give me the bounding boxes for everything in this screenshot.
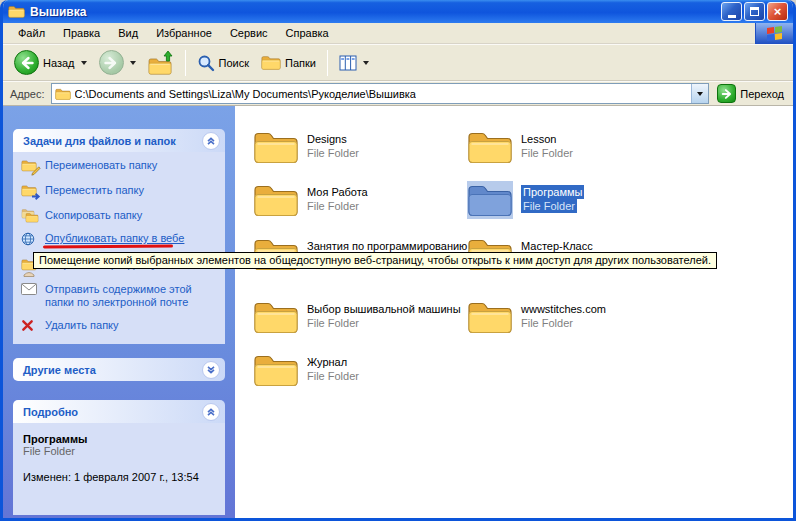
folder-item-lesson[interactable]: Lesson File Folder [467,128,682,166]
folder-name: Моя Работа [307,185,368,199]
window-title: Вышивка [30,5,86,19]
menu-edit[interactable]: Правка [54,24,109,42]
address-folder-icon [55,87,71,101]
task-label: Скопировать папку [45,209,142,222]
up-button[interactable] [143,47,179,79]
explorer-window: Вышивка × Файл Правка Вид Избранное Серв… [0,0,796,521]
toolbar-separator [185,50,186,76]
folder-name: Lesson [521,132,573,146]
folder-icon [253,181,299,219]
folder-type: File Folder [307,369,359,383]
details-item-type: File Folder [23,445,217,457]
up-icon [148,50,174,76]
file-folder-tasks-title: Задачи для файлов и папок [23,135,176,147]
folder-icon [467,128,513,166]
chevron-down-icon[interactable] [202,361,220,379]
folder-type: File Folder [307,316,461,330]
task-move-folder[interactable]: Переместить папку [21,184,219,199]
forward-dropdown-icon [130,61,136,65]
folder-name: Designs [307,132,359,146]
folders-button[interactable]: Папки [256,51,321,74]
folder-icon [253,128,299,166]
folder-item-vybor-mashiny[interactable]: Выбор вышивальной машины File Folder [253,298,468,336]
section-file-folder-tasks: Задачи для файлов и папок Переименовать … [13,129,225,344]
back-icon [14,50,39,75]
back-dropdown-icon [81,61,87,65]
task-rename-folder[interactable]: Переименовать папку [21,159,219,174]
forward-button[interactable] [94,47,141,78]
folder-name: Занятия по программированию [307,239,467,253]
minimize-button[interactable] [721,2,742,21]
details-body: Программы File Folder Изменен: 1 февраля… [13,423,225,515]
close-button[interactable]: × [767,2,788,21]
other-places-header[interactable]: Другие места [13,358,225,381]
close-icon: × [774,5,782,18]
title-bar: Вышивка × [3,0,793,23]
tooltip: Помещение копий выбранных элементов на о… [33,252,717,269]
task-label: Переместить папку [45,184,144,197]
back-label: Назад [43,57,75,69]
red-underline-annotation [43,245,173,249]
details-title: Подробно [23,406,78,418]
details-item-modified: Изменен: 1 февраля 2007 г., 13:54 [23,471,217,483]
task-label: Удалить папку [45,319,119,332]
views-icon [339,55,357,71]
folder-icon-selected [467,181,513,219]
other-places-title: Другие места [23,364,96,376]
folder-name: Мастер-Класс [521,239,593,253]
email-icon [21,283,39,297]
folder-name: wwwstitches.com [521,302,606,316]
task-label: Опубликовать папку в вебе [45,232,184,245]
go-button[interactable]: Переход [715,84,786,103]
chevron-up-icon[interactable] [202,132,220,150]
menu-bar: Файл Правка Вид Избранное Сервис Справка [3,23,793,44]
task-email-folder[interactable]: Отправить содержимое этой папки по элект… [21,283,219,309]
section-other-places: Другие места [13,358,225,381]
go-icon [717,84,736,103]
folders-icon [261,54,281,71]
menu-file[interactable]: Файл [9,24,54,42]
forward-icon [99,50,124,75]
details-header[interactable]: Подробно [13,400,225,423]
folder-icon [253,298,299,336]
windows-logo-icon [755,23,793,44]
menu-help[interactable]: Справка [277,24,338,42]
file-folder-tasks-header[interactable]: Задачи для файлов и папок [13,129,225,152]
folders-label: Папки [285,57,316,69]
folder-icon [253,351,299,389]
folder-name: Программы [521,185,584,199]
task-delete-folder[interactable]: Удалить папку [21,319,219,334]
maximize-button[interactable] [744,2,765,21]
window-folder-icon [8,4,25,19]
task-copy-folder[interactable]: Скопировать папку [21,209,219,222]
menu-favorites[interactable]: Избранное [147,24,221,42]
folder-type: File Folder [521,199,577,213]
folder-item-moya-rabota[interactable]: Моя Работа File Folder [253,181,468,219]
file-list: Designs File Folder Lesson File Folder М… [235,106,793,518]
task-label: Переименовать папку [45,159,157,172]
publish-web-icon [21,232,39,248]
search-button[interactable]: Поиск [192,51,254,75]
window-controls: × [721,2,788,21]
minimize-icon [728,15,736,18]
chevron-up-icon[interactable] [202,403,220,421]
back-button[interactable]: Назад [9,47,92,78]
views-button[interactable] [334,52,374,74]
folder-item-designs[interactable]: Designs File Folder [253,128,468,166]
menu-view[interactable]: Вид [109,24,147,42]
folder-item-zhurnal[interactable]: Журнал File Folder [253,351,468,389]
address-bar: Адрес: C:\Documents and Settings\Liza\My… [3,81,793,106]
menu-tools[interactable]: Сервис [221,24,277,42]
address-combo[interactable]: C:\Documents and Settings\Liza\My Docume… [51,83,710,104]
folder-icon [467,298,513,336]
folder-item-wwwstitches[interactable]: wwwstitches.com File Folder [467,298,682,336]
folder-type: File Folder [307,199,368,213]
address-label: Адрес: [10,88,45,100]
task-publish-folder-web[interactable]: Опубликовать папку в вебе [21,232,219,248]
maximize-icon [750,7,759,16]
chevron-down-icon [697,92,703,96]
folder-item-programmy-selected[interactable]: Программы File Folder [467,181,682,219]
address-dropdown-button[interactable] [691,84,708,103]
address-value: C:\Documents and Settings\Liza\My Docume… [75,88,416,100]
toolbar: Назад Поиск Папки [3,44,793,81]
